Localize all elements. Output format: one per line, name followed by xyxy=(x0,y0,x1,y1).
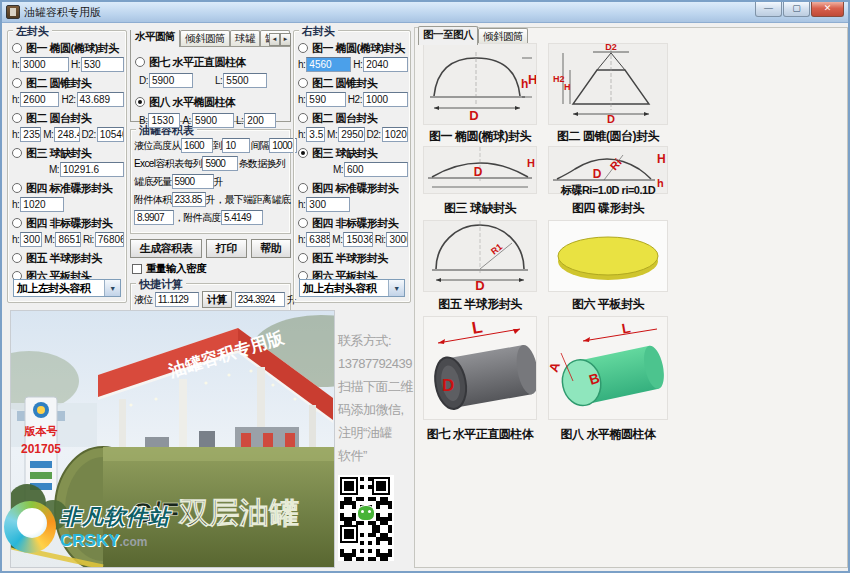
radio-option-fig7[interactable]: 图七 水平正直圆柱体 xyxy=(135,55,286,69)
bottom-distance-input[interactable]: 8.9907 xyxy=(134,210,174,225)
radio-icon[interactable] xyxy=(298,253,308,263)
b-input[interactable]: 1530 xyxy=(148,113,180,128)
tab-0[interactable]: 图一至图八 xyxy=(418,26,478,45)
checkbox-icon[interactable] xyxy=(132,264,142,274)
minimize-button[interactable]: — xyxy=(755,2,782,17)
close-button[interactable]: ✕ xyxy=(811,2,844,17)
l-input[interactable]: 5500 xyxy=(223,73,267,88)
quick-result-field[interactable]: 234.3924 xyxy=(235,292,285,307)
text-input[interactable]: 3000 xyxy=(386,232,408,247)
text-input[interactable]: 76806.6 xyxy=(95,232,124,247)
radio-icon[interactable] xyxy=(12,113,22,123)
radio-icon[interactable] xyxy=(298,113,308,123)
label-attachment-height: ，附件高度 xyxy=(174,211,221,225)
text-input[interactable]: 6385 xyxy=(306,232,330,247)
radio-option[interactable]: 图五 半球形封头 xyxy=(298,251,410,265)
text-input[interactable]: 590 xyxy=(306,92,346,107)
text-input[interactable]: 600 xyxy=(344,162,408,177)
tab-0[interactable]: 水平圆筒 xyxy=(130,30,180,47)
d-input[interactable]: 5900 xyxy=(149,73,193,88)
text-input[interactable]: 530 xyxy=(81,57,124,72)
radio-icon[interactable] xyxy=(12,183,22,193)
radio-icon[interactable] xyxy=(298,148,308,158)
contact-info: 联系方式:13787792439扫描下面二维码添加微信,注明“油罐软件” xyxy=(338,329,414,467)
maximize-button[interactable]: ▢ xyxy=(783,2,810,17)
text-input[interactable]: 1000 xyxy=(363,92,408,107)
radio-icon[interactable] xyxy=(12,148,22,158)
radio-icon[interactable] xyxy=(12,43,22,53)
radio-icon[interactable] xyxy=(298,43,308,53)
text-input[interactable]: 248.4 xyxy=(54,127,79,142)
radio-option[interactable]: 图四 标准碟形封头 xyxy=(12,181,126,195)
right-head-volume-select[interactable]: 加上右封头容积 ▼ xyxy=(299,279,405,297)
field-label: L: xyxy=(236,115,243,126)
radio-option[interactable]: 图一 椭圆(椭球)封头 xyxy=(298,41,410,55)
radio-icon[interactable] xyxy=(12,78,22,88)
help-button[interactable]: 帮助 xyxy=(251,239,292,258)
radio-option[interactable]: 图二 圆台封头 xyxy=(12,111,126,125)
left-head-volume-select[interactable]: 加上左封头容积 ▼ xyxy=(13,279,121,297)
tab-1[interactable]: 倾斜圆筒 xyxy=(180,30,230,47)
radio-option[interactable]: 图五 半球形封头 xyxy=(12,251,126,265)
radio-icon[interactable] xyxy=(135,57,145,67)
text-input[interactable]: 3000 xyxy=(20,57,69,72)
radio-option[interactable]: 图三 球缺封头 xyxy=(12,146,126,160)
calculate-button[interactable]: 计算 xyxy=(202,291,232,308)
radio-option[interactable]: 图三 球缺封头 xyxy=(298,146,410,160)
radio-option[interactable]: 图二 圆锥封头 xyxy=(12,76,126,90)
text-input[interactable]: 86515. xyxy=(55,232,81,247)
quick-calc-title: 快捷计算 xyxy=(136,277,186,292)
radio-option[interactable]: 图二 圆锥封头 xyxy=(298,76,410,90)
level-from-input[interactable]: 1600 xyxy=(181,138,213,153)
text-input[interactable]: 10291.6 xyxy=(60,162,124,177)
a-input[interactable]: 5900 xyxy=(192,113,234,128)
radio-option[interactable]: 图四 非标碟形封头 xyxy=(12,216,126,230)
text-input[interactable]: 3.5 xyxy=(306,127,325,142)
text-input[interactable]: 43.689 xyxy=(77,92,124,107)
print-button[interactable]: 打印 xyxy=(206,239,247,258)
field-label: M: xyxy=(333,164,343,175)
radio-option-fig8[interactable]: 图八 水平椭圆柱体 xyxy=(135,95,286,109)
generate-table-button[interactable]: 生成容积表 xyxy=(130,239,202,258)
radio-icon[interactable] xyxy=(12,218,22,228)
option-label: 图七 水平正直圆柱体 xyxy=(149,55,246,69)
dead-volume-input[interactable]: 5900 xyxy=(172,174,214,189)
attachment-volume-input[interactable]: 233.85 xyxy=(172,192,206,207)
attachment-height-input[interactable]: 5.4149 xyxy=(221,210,263,225)
radio-icon[interactable] xyxy=(12,253,22,263)
quick-level-input[interactable]: 11.1129 xyxy=(155,292,199,307)
text-input[interactable]: 2950 xyxy=(338,127,364,142)
tab-scroll-right-icon[interactable]: ► xyxy=(280,33,291,46)
text-input[interactable]: 300 xyxy=(306,197,350,212)
svg-text:D2: D2 xyxy=(605,44,617,52)
svg-text:A: A xyxy=(549,359,563,374)
text-input[interactable]: 1020 xyxy=(382,127,408,142)
tab-2[interactable]: 球罐 xyxy=(230,30,260,47)
radio-option[interactable]: 图四 非标碟形封头 xyxy=(298,216,410,230)
level-to-input[interactable]: 10 xyxy=(222,138,250,153)
text-input[interactable]: 2040 xyxy=(363,57,408,72)
excel-rows-input[interactable]: 5900 xyxy=(202,156,238,171)
tab-scroll-left-icon[interactable]: ◄ xyxy=(269,33,280,46)
radio-option[interactable]: 图四 标准碟形封头 xyxy=(298,181,410,195)
radio-icon[interactable] xyxy=(135,97,145,107)
radio-option[interactable]: 图一 椭圆(椭球)封头 xyxy=(12,41,126,55)
radio-icon[interactable] xyxy=(298,78,308,88)
chevron-down-icon[interactable]: ▼ xyxy=(388,280,404,296)
radio-icon[interactable] xyxy=(298,183,308,193)
text-input[interactable]: 2600 xyxy=(20,92,59,107)
radio-option[interactable]: 图二 圆台封头 xyxy=(298,111,410,125)
text-input[interactable]: 150368 xyxy=(343,232,372,247)
chevron-down-icon[interactable]: ▼ xyxy=(104,280,120,296)
l-input[interactable]: 200 xyxy=(244,113,276,128)
contact-line: 扫描下面二维 xyxy=(338,375,414,398)
density-checkbox-row[interactable]: 重量输入密度 xyxy=(130,261,291,276)
option-label: 图五 半球形封头 xyxy=(312,251,388,265)
text-input[interactable]: 4560 xyxy=(306,57,351,72)
text-input[interactable]: 10540 xyxy=(97,127,124,142)
text-input[interactable]: 300 xyxy=(20,232,42,247)
text-input[interactable]: 235. xyxy=(20,127,41,142)
svg-text:D: D xyxy=(469,108,478,123)
radio-icon[interactable] xyxy=(298,218,308,228)
text-input[interactable]: 1020 xyxy=(20,197,64,212)
